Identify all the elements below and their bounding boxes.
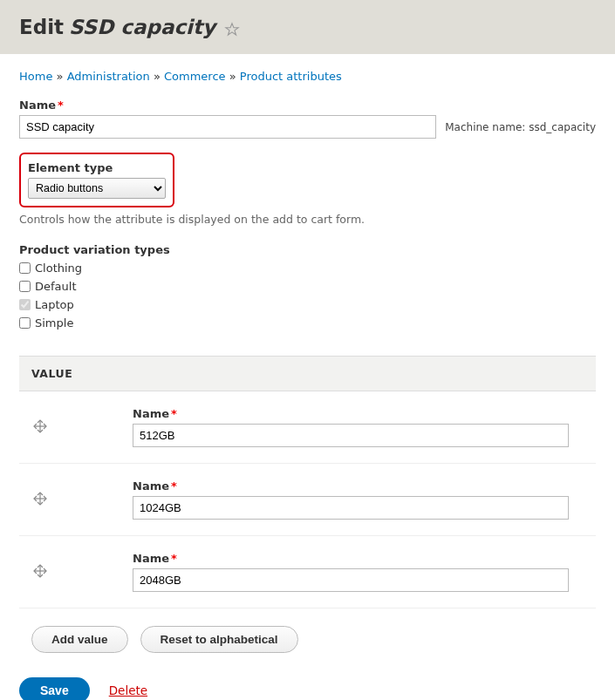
value-name-label: Name*: [133, 407, 584, 420]
element-type-group: Element type Radio buttons: [19, 153, 174, 207]
save-button[interactable]: Save: [19, 677, 90, 700]
table-row: Name*: [19, 536, 596, 608]
variation-type-item: Default: [19, 280, 596, 293]
value-name-input[interactable]: [133, 568, 569, 592]
variation-type-item: Laptop: [19, 298, 596, 311]
variation-type-item: Clothing: [19, 262, 596, 275]
values-header: VALUE: [19, 357, 596, 391]
variation-type-checkbox[interactable]: [19, 281, 31, 292]
reset-alphabetical-button[interactable]: Reset to alphabetical: [140, 626, 298, 653]
drag-handle-icon[interactable]: [33, 492, 47, 506]
variation-type-checkbox[interactable]: [19, 317, 31, 329]
table-row: Name*: [19, 464, 596, 536]
drag-handle-icon[interactable]: [33, 419, 47, 433]
title-edit: Edit: [19, 16, 64, 38]
actions-row: Save Delete: [19, 677, 596, 700]
star-icon[interactable]: [224, 19, 240, 35]
drag-handle-icon[interactable]: [33, 564, 47, 578]
variation-types-section: Product variation types ClothingDefaultL…: [19, 243, 596, 330]
svg-marker-0: [226, 24, 238, 35]
variation-type-label: Clothing: [35, 262, 82, 275]
delete-link[interactable]: Delete: [109, 683, 147, 697]
required-marker: *: [58, 99, 64, 112]
variation-type-label: Laptop: [35, 298, 74, 311]
value-name-label: Name*: [133, 552, 584, 565]
breadcrumb-product-attributes[interactable]: Product attributes: [240, 70, 342, 83]
add-value-button[interactable]: Add value: [31, 626, 128, 653]
variation-type-checkbox[interactable]: [19, 262, 31, 274]
breadcrumb-sep: »: [57, 70, 67, 83]
value-name-input[interactable]: [133, 496, 569, 520]
name-label-text: Name: [19, 99, 56, 112]
breadcrumb-sep: »: [229, 70, 240, 83]
breadcrumb-admin[interactable]: Administration: [67, 70, 150, 83]
breadcrumb-sep: »: [154, 70, 164, 83]
variation-type-label: Default: [35, 280, 77, 293]
table-row: Name*: [19, 391, 596, 464]
value-name-input[interactable]: [133, 424, 569, 447]
title-entity: SSD capacity: [69, 16, 215, 38]
element-type-description: Controls how the attribute is displayed …: [19, 213, 596, 226]
title-bar: Edit SSD capacity: [0, 0, 615, 54]
value-name-label: Name*: [133, 479, 584, 493]
machine-name: Machine name: ssd_capacity: [445, 121, 596, 133]
variation-type-label: Simple: [35, 316, 73, 330]
variation-type-checkbox[interactable]: [19, 299, 31, 310]
variation-types-label: Product variation types: [19, 243, 596, 256]
name-label: Name*: [19, 99, 596, 112]
element-type-label: Element type: [28, 161, 166, 174]
page-title: Edit SSD capacity: [19, 16, 596, 38]
breadcrumb-home[interactable]: Home: [19, 70, 52, 83]
values-table: VALUE Name*Name*Name*: [19, 356, 596, 608]
name-input[interactable]: [19, 115, 436, 139]
element-type-select[interactable]: Radio buttons: [28, 178, 166, 199]
variation-type-item: Simple: [19, 316, 596, 330]
machine-name-value: ssd_capacity: [529, 121, 596, 133]
breadcrumb-commerce[interactable]: Commerce: [164, 70, 226, 83]
breadcrumb: Home » Administration » Commerce » Produ…: [19, 70, 596, 83]
machine-name-label: Machine name:: [445, 121, 525, 133]
